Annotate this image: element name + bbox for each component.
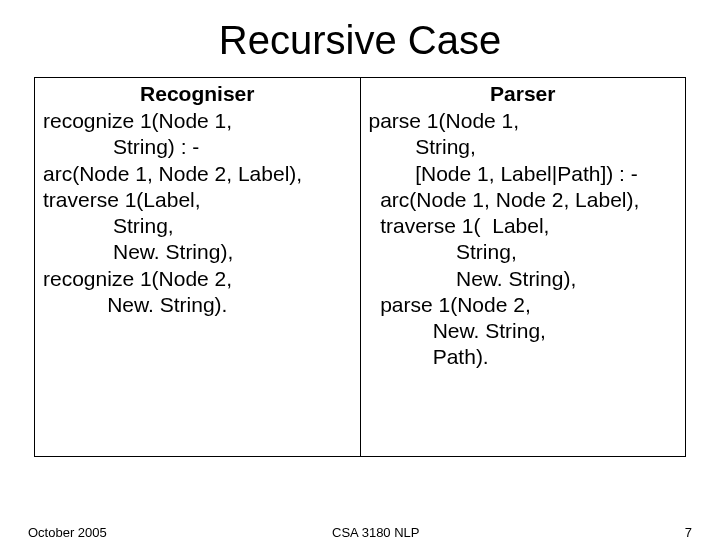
parser-box: Parser parse 1(Node 1, String, [Node 1, … xyxy=(360,77,687,457)
footer: October 2005 CSA 3180 NLP 7 xyxy=(0,525,720,540)
parser-heading: Parser xyxy=(369,82,678,106)
slide-title: Recursive Case xyxy=(0,18,720,63)
recogniser-box: Recogniser recognize 1(Node 1, String) :… xyxy=(34,77,361,457)
slide: Recursive Case Recogniser recognize 1(No… xyxy=(0,18,720,540)
recogniser-heading: Recogniser xyxy=(43,82,352,106)
parser-code: parse 1(Node 1, String, [Node 1, Label|P… xyxy=(369,108,678,371)
footer-center: CSA 3180 NLP xyxy=(67,525,685,540)
recogniser-code: recognize 1(Node 1, String) : - arc(Node… xyxy=(43,108,352,318)
columns: Recogniser recognize 1(Node 1, String) :… xyxy=(0,77,720,457)
footer-page-number: 7 xyxy=(685,525,692,540)
